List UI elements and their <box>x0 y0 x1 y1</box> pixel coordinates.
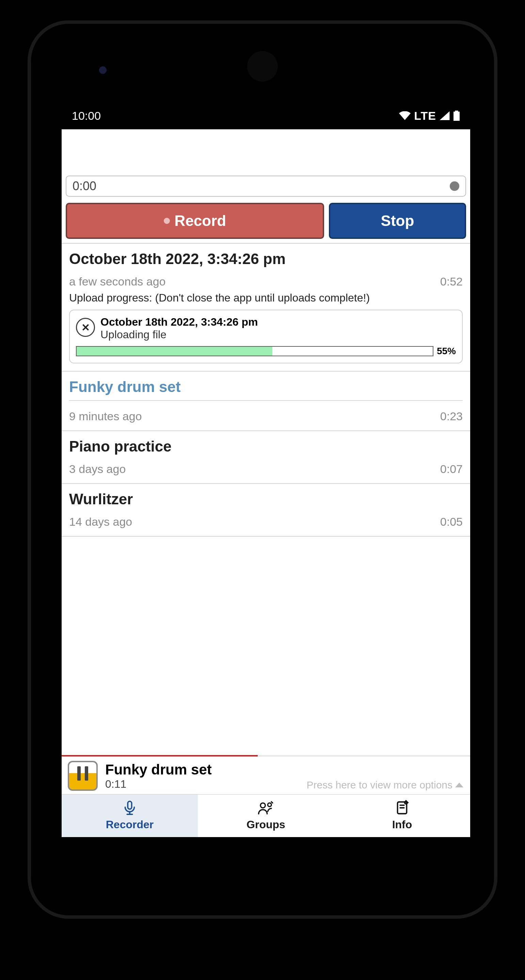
record-timer-value: 0:00 <box>72 179 96 193</box>
recording-title-link[interactable]: Funky drum set <box>69 379 463 401</box>
status-right: LTE <box>399 109 460 123</box>
pause-bar-icon <box>77 766 81 781</box>
more-options-hint[interactable]: Press here to view more options <box>306 779 463 791</box>
now-playing-bar[interactable]: Funky drum set 0:11 Press here to view m… <box>62 755 470 794</box>
upload-progress-percent: 55% <box>437 346 456 356</box>
svg-rect-0 <box>455 111 458 111</box>
recording-duration: 0:05 <box>440 515 463 528</box>
status-bar: 10:00 LTE <box>62 102 470 129</box>
upload-progress-bar <box>76 346 433 356</box>
recording-item[interactable]: Piano practice 3 days ago 0:07 <box>62 431 470 484</box>
device-frame-outer: 10:00 LTE 0:00 <box>0 0 525 980</box>
groups-icon <box>257 799 274 816</box>
signal-icon <box>440 111 450 120</box>
recording-ago: a few seconds ago <box>69 275 166 288</box>
tab-info[interactable]: Info <box>334 795 470 837</box>
now-playing-title: Funky drum set <box>105 762 464 778</box>
upload-title: October 18th 2022, 3:34:26 pm <box>101 316 258 328</box>
recording-duration: 0:23 <box>440 410 463 423</box>
svg-point-6 <box>268 803 271 807</box>
recording-duration: 0:07 <box>440 463 463 476</box>
pause-button[interactable] <box>68 761 98 791</box>
status-network-label: LTE <box>414 109 436 123</box>
upload-card: ✕ October 18th 2022, 3:34:26 pm Uploadin… <box>69 310 463 363</box>
playback-progress-track[interactable] <box>62 755 470 756</box>
recording-item[interactable]: October 18th 2022, 3:34:26 pm a few seco… <box>62 243 470 372</box>
stop-button[interactable]: Stop <box>329 203 466 239</box>
battery-icon <box>453 111 460 121</box>
close-icon: ✕ <box>81 321 90 334</box>
cancel-upload-button[interactable]: ✕ <box>76 318 95 337</box>
tab-label: Groups <box>246 818 285 831</box>
stop-button-label: Stop <box>381 212 414 229</box>
pause-bar-icon <box>85 766 88 781</box>
svg-rect-1 <box>453 111 460 121</box>
recording-list[interactable]: October 18th 2022, 3:34:26 pm a few seco… <box>62 243 470 755</box>
info-icon <box>394 799 410 816</box>
phone-front-camera <box>99 66 107 74</box>
record-button-label: Record <box>175 212 227 229</box>
recording-ago: 14 days ago <box>69 515 132 528</box>
recording-ago: 9 minutes ago <box>69 410 142 423</box>
mic-icon <box>122 799 137 816</box>
tab-groups[interactable]: Groups <box>198 795 334 837</box>
record-dot-icon <box>164 218 170 224</box>
wifi-icon <box>399 111 411 120</box>
record-indicator-dot <box>450 181 459 191</box>
tab-label: Recorder <box>106 818 154 831</box>
chevron-up-icon <box>455 783 463 788</box>
tab-recorder[interactable]: Recorder <box>62 795 198 837</box>
tab-label: Info <box>392 818 412 831</box>
record-controls: 0:00 Record Stop <box>62 129 470 243</box>
recording-title: Wurlitzer <box>69 491 463 508</box>
more-options-label: Press here to view more options <box>306 779 453 791</box>
recording-title: October 18th 2022, 3:34:26 pm <box>69 250 463 267</box>
record-timer-field[interactable]: 0:00 <box>66 176 466 197</box>
upload-warning: Upload progress: (Don't close the app un… <box>69 292 463 304</box>
upload-status: Uploading file <box>101 328 258 341</box>
screen: 10:00 LTE 0:00 <box>62 102 470 837</box>
playback-progress-fill <box>62 755 258 756</box>
recording-ago: 3 days ago <box>69 463 126 476</box>
recording-item[interactable]: Wurlitzer 14 days ago 0:05 <box>62 484 470 537</box>
svg-point-5 <box>260 803 265 808</box>
recording-item[interactable]: Funky drum set 9 minutes ago 0:23 <box>62 372 470 431</box>
recording-duration: 0:52 <box>440 275 463 288</box>
bottom-tabs: Recorder Groups <box>62 794 470 837</box>
upload-progress-fill <box>77 347 272 356</box>
phone-speaker <box>247 51 278 82</box>
record-button[interactable]: Record <box>66 203 324 239</box>
svg-rect-2 <box>128 801 132 809</box>
status-time: 10:00 <box>72 109 101 123</box>
recording-title: Piano practice <box>69 438 463 455</box>
phone-frame: 10:00 LTE 0:00 <box>27 21 498 919</box>
